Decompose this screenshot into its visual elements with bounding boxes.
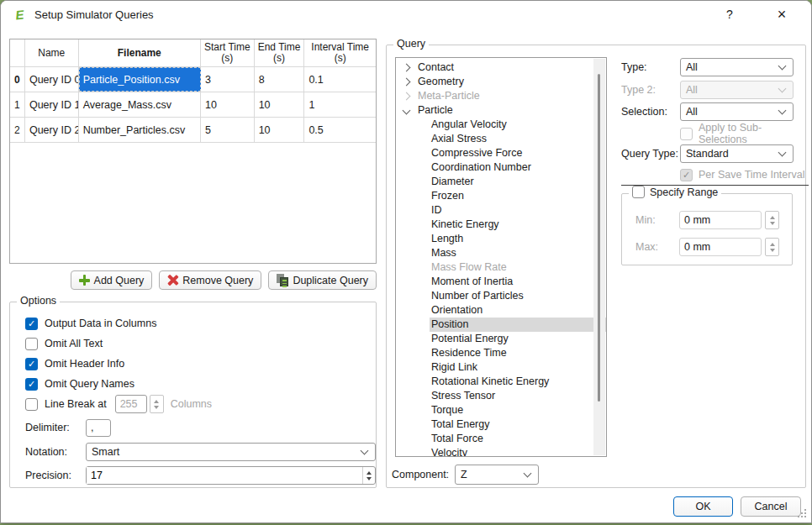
tree-item-position[interactable]: Position <box>430 318 606 332</box>
precision-input[interactable] <box>87 467 362 484</box>
type-dropdown[interactable]: All <box>680 58 794 76</box>
end-time-cell[interactable]: 8 <box>255 67 305 92</box>
option-row: ✓Omit Header Info <box>25 356 124 371</box>
tree-item-label: Mass Flow Rate <box>431 261 507 273</box>
delimiter-input[interactable] <box>86 419 111 437</box>
start-time-cell[interactable]: 3 <box>201 67 255 92</box>
option-checkbox[interactable]: ✓ <box>25 358 38 370</box>
filename-cell[interactable]: Particle_Position.csv <box>79 67 201 92</box>
tree-item-contact[interactable]: Contact <box>396 60 606 75</box>
tree-item-id[interactable]: ID <box>430 203 606 218</box>
apply-sub-selections-checkbox <box>680 128 693 140</box>
tree-item-meta-particle[interactable]: Meta-Particle <box>396 89 606 103</box>
title-bar[interactable]: E Setup Simulator Queries ? × <box>1 1 811 28</box>
chevron-collapsed-icon[interactable] <box>403 92 411 101</box>
filename-cell[interactable]: Number_Particles.csv <box>79 118 201 142</box>
column-header-interval-time[interactable]: Interval Time (s) <box>304 39 376 66</box>
line-break-spinner[interactable] <box>115 395 164 413</box>
end-time-cell[interactable]: 10 <box>255 92 305 117</box>
tree-item-label: Stress Tensor <box>431 390 495 402</box>
chevron-collapsed-icon[interactable] <box>403 64 411 72</box>
tree-item-coordination-number[interactable]: Coordination Number <box>430 160 606 175</box>
tree-item-rigid-link[interactable]: Rigid Link <box>430 360 606 375</box>
end-time-cell[interactable]: 10 <box>255 118 305 142</box>
notation-dropdown[interactable]: Smart <box>86 443 376 461</box>
precision-spinner[interactable] <box>86 466 376 485</box>
option-row: ✓Output Data in Columns <box>25 316 156 331</box>
range-max-input: 0 mm <box>679 238 762 256</box>
tree-scrollbar-thumb[interactable] <box>598 74 600 402</box>
line-break-spin-arrows[interactable] <box>150 395 164 413</box>
tree-item-potential-energy[interactable]: Potential Energy <box>430 332 606 346</box>
remove-x-icon <box>167 275 178 286</box>
tree-item-mass-flow-rate[interactable]: Mass Flow Rate <box>430 260 606 275</box>
tree-item-label: Potential Energy <box>431 333 509 344</box>
tree-item-angular-velocity[interactable]: Angular Velocity <box>430 118 606 132</box>
line-break-value-input[interactable] <box>115 395 147 413</box>
tree-item-stress-tensor[interactable]: Stress Tensor <box>430 389 606 403</box>
row-number-cell[interactable]: 0 <box>10 67 25 92</box>
selection-value: All <box>686 106 698 118</box>
interval-time-cell[interactable]: 0.5 <box>304 118 376 142</box>
tree-item-label: Geometry <box>418 76 464 87</box>
tree-item-frozen[interactable]: Frozen <box>430 189 606 203</box>
tree-item-axial-stress[interactable]: Axial Stress <box>430 132 606 146</box>
tree-item-rotational-kinetic-energy[interactable]: Rotational Kinetic Energy <box>430 375 606 389</box>
tree-item-residence-time[interactable]: Residence Time <box>430 346 606 360</box>
specify-range-checkbox[interactable] <box>632 186 645 198</box>
option-checkbox[interactable] <box>25 338 38 350</box>
tree-item-total-force[interactable]: Total Force <box>430 432 606 446</box>
column-header-start-time[interactable]: Start Time (s) <box>201 39 255 66</box>
option-checkbox[interactable]: ✓ <box>25 318 38 330</box>
query-type-dropdown[interactable]: Standard <box>680 144 794 163</box>
interval-time-cell[interactable]: 1 <box>304 92 376 117</box>
component-dropdown[interactable]: Z <box>455 465 539 485</box>
chevron-collapsed-icon[interactable] <box>403 78 411 87</box>
column-header-end-time[interactable]: End Time (s) <box>255 39 305 66</box>
tree-item-mass[interactable]: Mass <box>430 246 606 260</box>
help-button[interactable]: ? <box>715 1 744 28</box>
tree-scrollbar[interactable] <box>593 59 605 455</box>
tree-item-geometry[interactable]: Geometry <box>396 75 606 89</box>
close-button[interactable]: × <box>767 1 796 28</box>
tree-item-velocity[interactable]: Velocity <box>430 446 606 457</box>
tree-item-label: Velocity <box>431 447 467 457</box>
precision-spin-arrows[interactable] <box>362 467 375 484</box>
tree-item-torque[interactable]: Torque <box>430 403 606 417</box>
start-time-cell[interactable]: 10 <box>201 92 255 117</box>
resize-grip[interactable] <box>798 516 799 517</box>
name-cell[interactable]: Query ID 2 <box>25 118 79 142</box>
chevron-expanded-icon[interactable] <box>403 107 411 115</box>
remove-query-button[interactable]: Remove Query <box>159 270 261 290</box>
tree-item-orientation[interactable]: Orientation <box>430 303 606 318</box>
tree-item-diameter[interactable]: Diameter <box>430 175 606 189</box>
tree-item-length[interactable]: Length <box>430 232 606 246</box>
tree-item-number-of-particles[interactable]: Number of Particles <box>430 289 606 303</box>
interval-time-cell[interactable]: 0.1 <box>304 67 376 92</box>
selection-dropdown[interactable]: All <box>680 102 794 121</box>
cancel-button[interactable]: Cancel <box>741 496 801 517</box>
row-number-cell[interactable]: 1 <box>10 92 25 117</box>
option-checkbox[interactable]: ✓ <box>25 378 38 391</box>
add-query-button[interactable]: Add Query <box>71 270 153 290</box>
column-header-name[interactable]: Name <box>25 39 79 66</box>
tree-item-label: Residence Time <box>431 347 507 359</box>
tree-item-kinetic-energy[interactable]: Kinetic Energy <box>430 218 606 232</box>
tree-item-moment-of-inertia[interactable]: Moment of Inertia <box>430 275 606 289</box>
name-cell[interactable]: Query ID 0 <box>25 67 79 92</box>
tree-item-label: Diameter <box>431 176 474 187</box>
tree-item-label: Axial Stress <box>431 133 487 144</box>
ok-button[interactable]: OK <box>673 496 733 517</box>
line-break-checkbox[interactable] <box>25 398 38 411</box>
name-cell[interactable]: Query ID 1 <box>25 92 79 117</box>
row-number-cell[interactable]: 2 <box>10 118 25 142</box>
tree-item-compressive-force[interactable]: Compressive Force <box>430 146 606 160</box>
column-header-filename[interactable]: Filename <box>79 39 201 66</box>
start-time-cell[interactable]: 5 <box>201 118 255 142</box>
tree-item-particle[interactable]: Particle <box>396 103 606 118</box>
tree-item-total-energy[interactable]: Total Energy <box>430 417 606 432</box>
duplicate-query-button[interactable]: Duplicate Query <box>268 270 377 290</box>
tree-item-label: Number of Particles <box>431 290 524 302</box>
corner-header-cell[interactable] <box>10 39 25 66</box>
filename-cell[interactable]: Average_Mass.csv <box>79 92 201 117</box>
